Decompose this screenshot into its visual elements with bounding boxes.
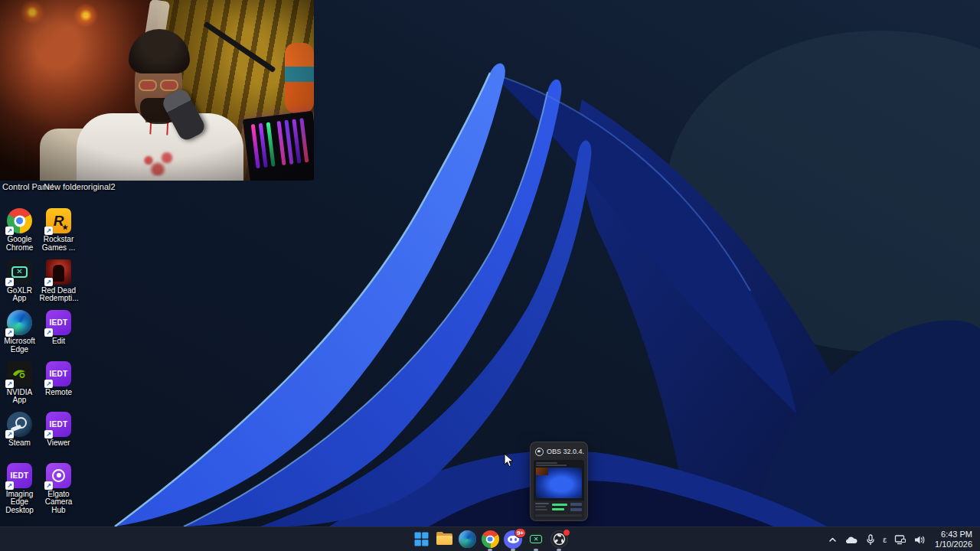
start-button[interactable]	[410, 527, 433, 551]
running-indicator	[511, 549, 515, 551]
running-indicator	[488, 549, 492, 551]
shortcut-arrow-icon: ↗	[44, 430, 53, 439]
onedrive-cloud-icon[interactable]	[842, 529, 861, 550]
shortcut-arrow-icon: ↗	[44, 227, 53, 235]
icon-label: Google Chrome	[1, 236, 39, 252]
shortcut-arrow-icon: ↗	[5, 430, 14, 439]
icon-label: Viewer	[47, 439, 70, 448]
icon-label: Remote	[45, 389, 72, 397]
microphone-icon[interactable]	[863, 529, 878, 550]
vignette	[0, 0, 314, 181]
goxlr-icon: ✕	[528, 530, 545, 548]
icon-label: Elgato Camera Hub	[40, 491, 78, 515]
taskbar: 9+ ✕	[0, 527, 980, 551]
icon-label: NVIDIA App	[1, 389, 39, 405]
tray-app-icon[interactable]: ε	[880, 529, 890, 550]
shortcut-arrow-icon: ↗	[44, 278, 53, 286]
file-explorer-button[interactable]	[433, 527, 456, 551]
volume-icon[interactable]	[911, 529, 929, 550]
obs-icon	[550, 530, 568, 548]
chrome-button[interactable]	[479, 527, 501, 551]
desktop: Control Panel New folder original2 ↗ Goo…	[0, 0, 980, 551]
obs-taskbar-preview[interactable]: OBS 32.0.4...	[530, 442, 588, 521]
obs-thumb-webcam	[536, 468, 548, 475]
obs-thumb-panels	[534, 500, 584, 519]
desktop-icon-red-dead-redemption[interactable]: ↗ Red Dead Redempti...	[39, 259, 78, 311]
desktop-icon-grid: ↗ Google Chrome R ★ ↗ Rockstar Games ...…	[0, 208, 78, 514]
desktop-icon-imaging-edge-desktop[interactable]: IEDT ↗ Imaging Edge Desktop	[0, 463, 39, 514]
shortcut-arrow-icon: ↗	[44, 380, 53, 388]
clock-date: 1/10/2026	[935, 540, 972, 549]
edge-button[interactable]	[456, 527, 479, 551]
webcam-overlay	[0, 0, 314, 181]
desktop-icon-goxlr-app[interactable]: ✕ ↗ GoXLR App	[0, 259, 39, 311]
system-tray: ε 6:43 PM 1/10/2026	[825, 527, 977, 551]
obs-logo-icon	[535, 448, 544, 456]
shortcut-arrow-icon: ↗	[5, 481, 14, 490]
running-indicator	[557, 549, 561, 551]
discord-icon: 9+	[504, 530, 522, 549]
desktop-icon-nvidia-app[interactable]: ↗ NVIDIA App	[0, 361, 39, 412]
obs-thumb-preview	[536, 468, 582, 498]
icon-label: Steam	[8, 439, 31, 448]
running-indicator	[534, 549, 538, 551]
desktop-icon-elgato-camera-hub[interactable]: ↗ Elgato Camera Hub	[39, 463, 78, 514]
network-icon[interactable]	[891, 529, 910, 550]
icon-label: Edit	[52, 337, 65, 346]
shortcut-arrow-icon: ↗	[5, 328, 14, 337]
shortcut-arrow-icon: ↗	[44, 481, 53, 490]
chrome-icon	[482, 530, 499, 548]
taskbar-clock[interactable]: 6:43 PM 1/10/2026	[930, 530, 977, 549]
discord-button[interactable]: 9+	[501, 527, 524, 551]
goxlr-button[interactable]: ✕	[524, 527, 547, 551]
icon-label: GoXLR App	[1, 287, 39, 303]
tray-chevron-up-icon[interactable]	[825, 529, 841, 550]
clock-time: 6:43 PM	[941, 530, 972, 540]
edge-icon	[459, 530, 476, 548]
icon-label: Microsoft Edge	[1, 337, 39, 354]
obs-window-thumbnail[interactable]	[534, 460, 584, 519]
desktop-icon-iedt-edit[interactable]: IEDT ↗ Edit	[39, 310, 78, 361]
icon-label: Red Dead Redempti...	[40, 287, 78, 303]
desktop-icon-google-chrome[interactable]: ↗ Google Chrome	[0, 208, 39, 259]
obs-button[interactable]	[547, 527, 570, 551]
desktop-icon-iedt-remote[interactable]: IEDT ↗ Remote	[39, 361, 78, 412]
desktop-icon-steam[interactable]: ↗ Steam	[0, 412, 39, 463]
shortcut-arrow-icon: ↗	[5, 227, 14, 235]
shortcut-arrow-icon: ↗	[44, 328, 53, 337]
desktop-shortcut-new-folder[interactable]: New folder	[44, 182, 84, 191]
desktop-icon-microsoft-edge[interactable]: ↗ Microsoft Edge	[0, 310, 39, 361]
folder-icon	[436, 530, 453, 548]
shortcut-arrow-icon: ↗	[5, 380, 14, 388]
shortcut-arrow-icon: ↗	[5, 278, 14, 286]
desktop-shortcut-original2[interactable]: original2	[83, 182, 116, 191]
taskbar-center: 9+ ✕	[410, 527, 570, 551]
desktop-icon-iedt-viewer[interactable]: IEDT ↗ Viewer	[39, 412, 78, 463]
obs-recording-badge	[563, 529, 570, 536]
icon-label: Rockstar Games ...	[40, 236, 78, 252]
icon-label: Imaging Edge Desktop	[1, 491, 39, 515]
mouse-cursor	[504, 453, 514, 468]
obs-preview-title: OBS 32.0.4...	[547, 448, 584, 455]
windows-logo-icon	[413, 530, 430, 548]
desktop-icon-rockstar-games[interactable]: R ★ ↗ Rockstar Games ...	[39, 208, 78, 259]
